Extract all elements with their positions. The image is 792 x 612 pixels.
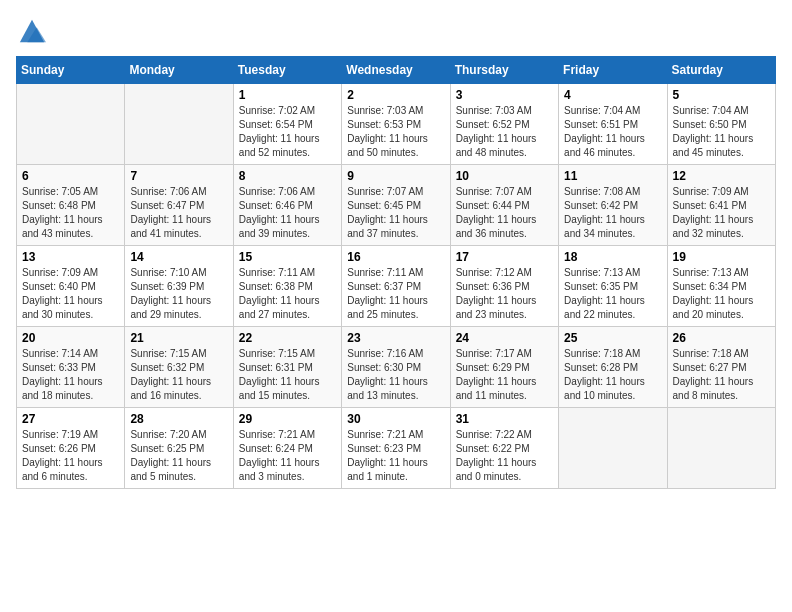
day-number: 21 [130, 331, 227, 345]
day-info: Sunrise: 7:13 AM Sunset: 6:34 PM Dayligh… [673, 266, 770, 322]
day-info: Sunrise: 7:06 AM Sunset: 6:46 PM Dayligh… [239, 185, 336, 241]
daylight-text: Daylight: 11 hours and 3 minutes. [239, 457, 320, 482]
sunset-text: Sunset: 6:31 PM [239, 362, 313, 373]
sunrise-text: Sunrise: 7:14 AM [22, 348, 98, 359]
sunrise-text: Sunrise: 7:04 AM [564, 105, 640, 116]
calendar-header-thursday: Thursday [450, 57, 558, 84]
daylight-text: Daylight: 11 hours and 25 minutes. [347, 295, 428, 320]
calendar-header-row: SundayMondayTuesdayWednesdayThursdayFrid… [17, 57, 776, 84]
daylight-text: Daylight: 11 hours and 45 minutes. [673, 133, 754, 158]
daylight-text: Daylight: 11 hours and 11 minutes. [456, 376, 537, 401]
day-number: 6 [22, 169, 119, 183]
calendar-cell [125, 84, 233, 165]
daylight-text: Daylight: 11 hours and 6 minutes. [22, 457, 103, 482]
day-number: 2 [347, 88, 444, 102]
day-info: Sunrise: 7:10 AM Sunset: 6:39 PM Dayligh… [130, 266, 227, 322]
sunset-text: Sunset: 6:53 PM [347, 119, 421, 130]
daylight-text: Daylight: 11 hours and 43 minutes. [22, 214, 103, 239]
day-info: Sunrise: 7:09 AM Sunset: 6:41 PM Dayligh… [673, 185, 770, 241]
daylight-text: Daylight: 11 hours and 8 minutes. [673, 376, 754, 401]
day-number: 30 [347, 412, 444, 426]
daylight-text: Daylight: 11 hours and 13 minutes. [347, 376, 428, 401]
day-number: 19 [673, 250, 770, 264]
day-info: Sunrise: 7:21 AM Sunset: 6:23 PM Dayligh… [347, 428, 444, 484]
day-info: Sunrise: 7:15 AM Sunset: 6:31 PM Dayligh… [239, 347, 336, 403]
sunset-text: Sunset: 6:40 PM [22, 281, 96, 292]
day-info: Sunrise: 7:11 AM Sunset: 6:38 PM Dayligh… [239, 266, 336, 322]
day-info: Sunrise: 7:18 AM Sunset: 6:27 PM Dayligh… [673, 347, 770, 403]
sunrise-text: Sunrise: 7:09 AM [673, 186, 749, 197]
sunrise-text: Sunrise: 7:17 AM [456, 348, 532, 359]
day-info: Sunrise: 7:06 AM Sunset: 6:47 PM Dayligh… [130, 185, 227, 241]
calendar-cell: 25 Sunrise: 7:18 AM Sunset: 6:28 PM Dayl… [559, 327, 667, 408]
day-number: 22 [239, 331, 336, 345]
calendar-cell [559, 408, 667, 489]
sunset-text: Sunset: 6:37 PM [347, 281, 421, 292]
sunset-text: Sunset: 6:51 PM [564, 119, 638, 130]
calendar-cell: 14 Sunrise: 7:10 AM Sunset: 6:39 PM Dayl… [125, 246, 233, 327]
calendar-header-saturday: Saturday [667, 57, 775, 84]
calendar-cell [667, 408, 775, 489]
day-number: 27 [22, 412, 119, 426]
calendar-cell: 21 Sunrise: 7:15 AM Sunset: 6:32 PM Dayl… [125, 327, 233, 408]
sunset-text: Sunset: 6:34 PM [673, 281, 747, 292]
calendar-header-monday: Monday [125, 57, 233, 84]
day-info: Sunrise: 7:03 AM Sunset: 6:52 PM Dayligh… [456, 104, 553, 160]
day-number: 23 [347, 331, 444, 345]
calendar-cell: 11 Sunrise: 7:08 AM Sunset: 6:42 PM Dayl… [559, 165, 667, 246]
sunrise-text: Sunrise: 7:18 AM [673, 348, 749, 359]
day-number: 26 [673, 331, 770, 345]
sunset-text: Sunset: 6:45 PM [347, 200, 421, 211]
daylight-text: Daylight: 11 hours and 36 minutes. [456, 214, 537, 239]
sunrise-text: Sunrise: 7:16 AM [347, 348, 423, 359]
sunset-text: Sunset: 6:36 PM [456, 281, 530, 292]
day-info: Sunrise: 7:04 AM Sunset: 6:51 PM Dayligh… [564, 104, 661, 160]
daylight-text: Daylight: 11 hours and 46 minutes. [564, 133, 645, 158]
daylight-text: Daylight: 11 hours and 30 minutes. [22, 295, 103, 320]
sunset-text: Sunset: 6:26 PM [22, 443, 96, 454]
calendar-cell: 5 Sunrise: 7:04 AM Sunset: 6:50 PM Dayli… [667, 84, 775, 165]
calendar-cell: 28 Sunrise: 7:20 AM Sunset: 6:25 PM Dayl… [125, 408, 233, 489]
sunset-text: Sunset: 6:30 PM [347, 362, 421, 373]
day-info: Sunrise: 7:15 AM Sunset: 6:32 PM Dayligh… [130, 347, 227, 403]
day-number: 29 [239, 412, 336, 426]
day-number: 12 [673, 169, 770, 183]
sunset-text: Sunset: 6:23 PM [347, 443, 421, 454]
day-info: Sunrise: 7:11 AM Sunset: 6:37 PM Dayligh… [347, 266, 444, 322]
sunset-text: Sunset: 6:54 PM [239, 119, 313, 130]
sunrise-text: Sunrise: 7:20 AM [130, 429, 206, 440]
daylight-text: Daylight: 11 hours and 5 minutes. [130, 457, 211, 482]
sunset-text: Sunset: 6:38 PM [239, 281, 313, 292]
day-info: Sunrise: 7:18 AM Sunset: 6:28 PM Dayligh… [564, 347, 661, 403]
calendar-cell: 15 Sunrise: 7:11 AM Sunset: 6:38 PM Dayl… [233, 246, 341, 327]
calendar-cell: 22 Sunrise: 7:15 AM Sunset: 6:31 PM Dayl… [233, 327, 341, 408]
calendar-week-row: 20 Sunrise: 7:14 AM Sunset: 6:33 PM Dayl… [17, 327, 776, 408]
calendar-cell: 10 Sunrise: 7:07 AM Sunset: 6:44 PM Dayl… [450, 165, 558, 246]
sunset-text: Sunset: 6:29 PM [456, 362, 530, 373]
day-number: 9 [347, 169, 444, 183]
calendar-cell: 19 Sunrise: 7:13 AM Sunset: 6:34 PM Dayl… [667, 246, 775, 327]
calendar-header-friday: Friday [559, 57, 667, 84]
sunset-text: Sunset: 6:32 PM [130, 362, 204, 373]
calendar-table: SundayMondayTuesdayWednesdayThursdayFrid… [16, 56, 776, 489]
daylight-text: Daylight: 11 hours and 39 minutes. [239, 214, 320, 239]
day-number: 17 [456, 250, 553, 264]
sunrise-text: Sunrise: 7:12 AM [456, 267, 532, 278]
sunrise-text: Sunrise: 7:15 AM [130, 348, 206, 359]
day-number: 25 [564, 331, 661, 345]
day-number: 4 [564, 88, 661, 102]
sunrise-text: Sunrise: 7:07 AM [456, 186, 532, 197]
daylight-text: Daylight: 11 hours and 23 minutes. [456, 295, 537, 320]
day-number: 3 [456, 88, 553, 102]
sunrise-text: Sunrise: 7:06 AM [239, 186, 315, 197]
sunset-text: Sunset: 6:48 PM [22, 200, 96, 211]
daylight-text: Daylight: 11 hours and 15 minutes. [239, 376, 320, 401]
sunrise-text: Sunrise: 7:07 AM [347, 186, 423, 197]
daylight-text: Daylight: 11 hours and 52 minutes. [239, 133, 320, 158]
calendar-cell [17, 84, 125, 165]
sunset-text: Sunset: 6:22 PM [456, 443, 530, 454]
day-number: 10 [456, 169, 553, 183]
sunrise-text: Sunrise: 7:21 AM [347, 429, 423, 440]
day-info: Sunrise: 7:16 AM Sunset: 6:30 PM Dayligh… [347, 347, 444, 403]
calendar-cell: 26 Sunrise: 7:18 AM Sunset: 6:27 PM Dayl… [667, 327, 775, 408]
